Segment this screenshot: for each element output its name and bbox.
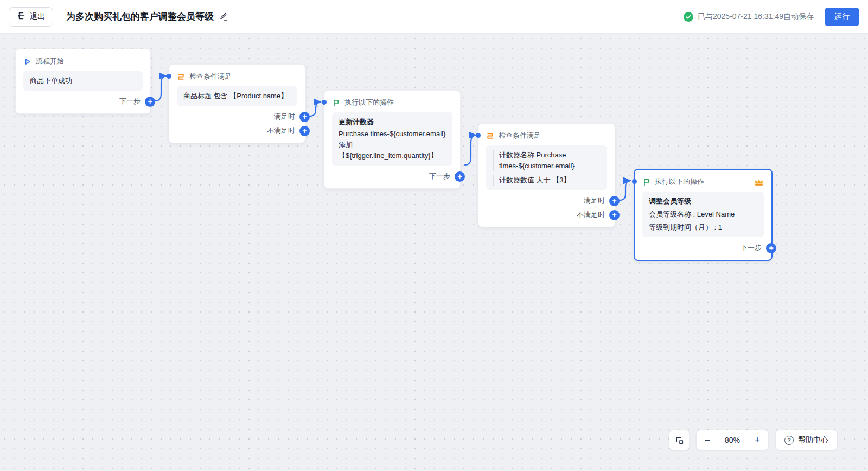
node-flow-start[interactable]: 流程开始 商品下单成功 下一步 + — [15, 49, 151, 114]
fit-view-button[interactable] — [669, 430, 690, 450]
node-header: 检查条件满足 — [177, 71, 297, 82]
flag-icon — [642, 178, 650, 186]
play-icon — [23, 58, 31, 66]
zoom-in-button[interactable]: + — [746, 430, 768, 450]
action-summary[interactable]: 更新计数器 Purchase times-${customer.email} 添… — [332, 112, 452, 166]
input-connector-dot — [167, 74, 171, 79]
autosave-status: 已与2025-07-21 16:31:49自动保存 — [684, 12, 814, 22]
exit-label: 退出 — [30, 12, 45, 22]
add-step-met-button[interactable]: + — [299, 112, 310, 122]
branch-not-met-row: 不满足时 + — [177, 124, 297, 137]
branch-met-row: 满足时 + — [177, 110, 297, 123]
flag-icon — [332, 99, 340, 107]
action-detail: Purchase times-${customer.email} 添加【${tr… — [339, 129, 446, 161]
node-title: 执行以下的操作 — [344, 98, 394, 107]
condition-line: 计数器数值 大于 【3】 — [493, 175, 601, 186]
help-center-button[interactable]: ? 帮助中心 — [775, 430, 838, 450]
add-step-met-button[interactable]: + — [609, 196, 620, 206]
condition-summary[interactable]: 计数器名称 Purchase times-${customer.email} 计… — [486, 145, 607, 190]
branch-not-met-label: 不满足时 — [267, 126, 295, 136]
zoom-out-button[interactable]: − — [697, 430, 718, 450]
node-check-condition-1[interactable]: 检查条件满足 商品标题 包含 【Product name】 满足时 + 不满足时… — [169, 64, 305, 143]
action-detail: 会员等级名称 : Level Name — [649, 209, 757, 220]
connector-condition1-to-action1 — [310, 102, 321, 116]
zoom-level: 80% — [718, 436, 746, 444]
saved-check-icon — [684, 12, 693, 22]
input-connector-dot — [476, 133, 481, 138]
connector-start-to-condition1 — [155, 76, 166, 101]
fit-view-icon — [675, 436, 684, 445]
trigger-summary[interactable]: 商品下单成功 — [23, 71, 143, 91]
next-step-label: 下一步 — [429, 171, 450, 181]
input-connector-dot — [632, 179, 637, 184]
node-check-condition-2[interactable]: 检查条件满足 计数器名称 Purchase times-${customer.e… — [478, 123, 615, 227]
action-summary[interactable]: 调整会员等级 会员等级名称 : Level Name 等级到期时间（月） : 1 — [642, 192, 764, 237]
canvas-controls: − 80% + ? 帮助中心 — [669, 430, 838, 450]
connector-action1-to-condition2 — [465, 135, 476, 165]
topbar-right: 已与2025-07-21 16:31:49自动保存 运行 — [684, 8, 859, 26]
add-step-button[interactable]: + — [455, 171, 465, 182]
title-wrap: 为多次购买礼包的客户调整会员等级 — [66, 10, 228, 23]
branch-condition-icon — [486, 132, 494, 140]
add-step-button[interactable]: + — [766, 243, 776, 253]
branch-condition-icon — [177, 73, 185, 81]
topbar: 退出 为多次购买礼包的客户调整会员等级 已与2025-07-21 16:31:4… — [0, 0, 868, 34]
add-step-not-met-button[interactable]: + — [609, 210, 620, 220]
run-button[interactable]: 运行 — [825, 8, 859, 26]
node-title: 检查条件满足 — [499, 131, 541, 141]
zoom-control: − 80% + — [696, 430, 769, 450]
workflow-canvas[interactable]: 流程开始 商品下单成功 下一步 + 检查条件满足 商品标题 包含 【Produc… — [0, 34, 868, 471]
crown-icon — [754, 178, 764, 186]
action-name: 调整会员等级 — [649, 196, 757, 207]
connector-condition2-to-action2 — [620, 181, 630, 200]
node-header: 检查条件满足 — [486, 130, 607, 141]
action-detail: 等级到期时间（月） : 1 — [649, 222, 757, 233]
question-icon: ? — [784, 436, 794, 445]
node-action-adjust-member-level[interactable]: 执行以下的操作 调整会员等级 会员等级名称 : Level Name 等级到期时… — [634, 169, 773, 261]
next-step-row: 下一步 + — [332, 170, 452, 183]
node-header: 流程开始 — [23, 56, 143, 67]
branch-met-label: 满足时 — [274, 112, 295, 122]
branch-met-label: 满足时 — [584, 196, 605, 206]
edit-pencil-icon[interactable] — [219, 12, 228, 21]
page-title: 为多次购买礼包的客户调整会员等级 — [66, 10, 214, 23]
branch-met-row: 满足时 + — [486, 194, 607, 207]
add-step-button[interactable]: + — [145, 97, 155, 107]
condition-line: 计数器名称 Purchase times-${customer.email} — [493, 150, 601, 171]
next-step-label: 下一步 — [741, 243, 762, 253]
next-step-label: 下一步 — [119, 97, 141, 106]
branch-not-met-row: 不满足时 + — [486, 208, 607, 221]
input-connector-dot — [322, 100, 327, 105]
next-step-row: 下一步 + — [642, 241, 764, 254]
action-name: 更新计数器 — [339, 117, 446, 128]
branch-not-met-label: 不满足时 — [577, 210, 605, 220]
exit-icon — [17, 11, 25, 22]
autosave-text: 已与2025-07-21 16:31:49自动保存 — [698, 12, 814, 22]
node-title: 流程开始 — [36, 56, 64, 66]
node-action-update-counter[interactable]: 执行以下的操作 更新计数器 Purchase times-${customer.… — [324, 90, 461, 189]
node-header: 执行以下的操作 — [332, 97, 452, 108]
help-center-label: 帮助中心 — [798, 435, 828, 445]
next-step-row: 下一步 + — [23, 95, 143, 108]
condition-summary[interactable]: 商品标题 包含 【Product name】 — [177, 86, 297, 106]
add-step-not-met-button[interactable]: + — [299, 126, 310, 136]
node-title: 执行以下的操作 — [655, 177, 704, 187]
node-title: 检查条件满足 — [189, 72, 232, 81]
node-header: 执行以下的操作 — [642, 176, 764, 187]
exit-button[interactable]: 退出 — [9, 7, 53, 27]
